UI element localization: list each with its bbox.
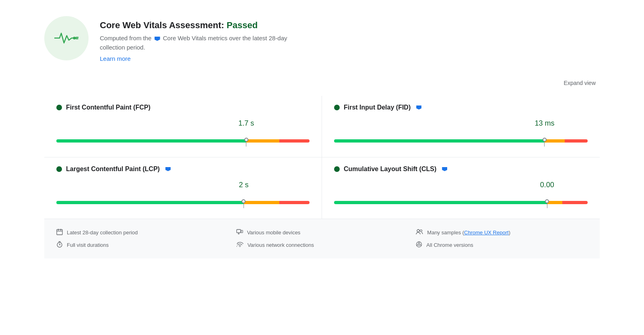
bar-marker-line — [544, 142, 545, 147]
metric-status-dot — [334, 105, 340, 110]
footer-item-users-icon: Many samples (Chrome UX Report) — [416, 229, 588, 236]
calendar-icon — [56, 229, 63, 236]
header-text: Core Web Vitals Assessment: Passed Compu… — [100, 16, 309, 62]
footer-item-wifi-icon: Various network connections — [236, 241, 408, 249]
svg-point-11 — [417, 230, 419, 232]
vitals-heartbeat-icon — [54, 30, 78, 46]
bar-marker-line — [547, 203, 547, 208]
footer-item-text: Many samples (Chrome UX Report) — [427, 230, 510, 236]
metric-value: 0.00 — [540, 181, 554, 189]
footer-item-timer-icon: Full visit durations — [56, 241, 228, 249]
metric-title-row: First Contentful Paint (FCP) — [56, 104, 310, 111]
bar-marker — [543, 138, 547, 147]
metric-status-dot — [56, 105, 62, 110]
bar-container: 0.00 — [334, 179, 588, 204]
metric-status-dot — [56, 166, 62, 172]
bar-marker-line — [246, 142, 246, 147]
header-section: Core Web Vitals Assessment: Passed Compu… — [44, 16, 600, 62]
wifi-icon — [236, 242, 244, 248]
metric-value: 2 s — [239, 181, 248, 189]
bar-marker-circle — [543, 138, 547, 142]
vitals-icon-circle — [44, 16, 89, 60]
bar-marker — [545, 199, 549, 208]
title-prefix: Core Web Vitals Assessment: — [100, 20, 227, 30]
bar-container: 1.7 s — [56, 118, 310, 143]
bar-red-segment — [279, 139, 310, 143]
footer-item-text: Latest 28-day collection period — [67, 230, 138, 236]
svg-rect-7 — [237, 230, 241, 233]
bar-green-segment — [334, 139, 545, 143]
timer-icon — [56, 241, 63, 249]
assessment-title: Core Web Vitals Assessment: Passed — [100, 20, 309, 31]
expand-view-button[interactable]: Expand view — [564, 78, 596, 88]
metric-title: Largest Contentful Paint (LCP) — [66, 165, 160, 173]
bar-red-segment — [279, 201, 310, 204]
metrics-grid: First Contentful Paint (FCP) 1.7 s First… — [44, 96, 600, 219]
metric-title: First Contentful Paint (FCP) — [66, 104, 151, 111]
bar-red-segment — [565, 139, 588, 143]
svg-rect-8 — [241, 230, 243, 233]
svg-point-0 — [73, 37, 76, 39]
metric-title: First Input Delay (FID) — [344, 104, 411, 111]
cwv-flag-icon — [155, 37, 160, 41]
footer-section: Latest 28-day collection period Various … — [44, 219, 600, 258]
svg-point-20 — [418, 244, 420, 246]
svg-point-17 — [239, 246, 240, 247]
bar-marker — [244, 138, 248, 147]
metric-flag-icon — [416, 105, 421, 110]
bar-marker-circle — [545, 199, 549, 203]
metric-status-dot — [334, 166, 340, 172]
bar-orange-segment — [244, 201, 279, 204]
users-icon — [416, 229, 423, 236]
bar-green-segment — [334, 201, 547, 204]
bar-marker — [242, 199, 246, 208]
bar-container: 2 s — [56, 179, 310, 204]
bar-green-segment — [56, 139, 246, 143]
bar-orange-segment — [547, 201, 562, 204]
footer-item-text: Full visit durations — [67, 242, 109, 248]
bar-marker-circle — [244, 138, 248, 142]
footer-item-monitor-icon: Various mobile devices — [236, 229, 408, 236]
learn-more-link[interactable]: Learn more — [100, 55, 131, 62]
metric-panel-fcp: First Contentful Paint (FCP) 1.7 s — [44, 96, 322, 157]
svg-rect-3 — [57, 230, 62, 235]
bar-track — [334, 201, 588, 204]
metric-flag-icon — [442, 167, 447, 171]
footer-item-calendar-icon: Latest 28-day collection period — [56, 229, 228, 236]
metric-title-row: Largest Contentful Paint (LCP) — [56, 165, 310, 173]
bar-track — [56, 139, 310, 143]
metric-flag-icon — [165, 167, 171, 171]
desc-prefix: Computed from the — [100, 35, 151, 41]
bar-marker-circle — [242, 199, 246, 203]
footer-item-text: Various network connections — [248, 242, 314, 248]
footer-item-text: All Chrome versions — [426, 242, 473, 248]
footer-item-chrome-icon: All Chrome versions — [416, 241, 588, 249]
svg-point-12 — [420, 230, 422, 232]
bar-track — [56, 201, 310, 204]
bar-track — [334, 139, 588, 143]
expand-view-row: Expand view — [44, 78, 600, 88]
bar-container: 13 ms — [334, 118, 588, 143]
bar-green-segment — [56, 201, 244, 204]
footer-item-text: Various mobile devices — [247, 230, 301, 236]
bar-orange-segment — [545, 139, 565, 143]
metric-value: 13 ms — [535, 119, 554, 128]
metric-panel-fid: First Input Delay (FID) 13 ms — [322, 96, 600, 157]
bar-red-segment — [562, 201, 588, 204]
metric-title-row: Cumulative Layout Shift (CLS) — [334, 165, 588, 173]
metric-value: 1.7 s — [238, 119, 254, 128]
footer-link[interactable]: Chrome UX Report — [464, 230, 509, 236]
title-status: Passed — [227, 20, 258, 30]
metric-panel-lcp: Largest Contentful Paint (LCP) 2 s — [44, 157, 322, 219]
metric-panel-cls: Cumulative Layout Shift (CLS) 0.00 — [322, 157, 600, 219]
chrome-icon — [416, 241, 422, 249]
monitor-icon — [236, 229, 243, 236]
bar-orange-segment — [246, 139, 279, 143]
header-description: Computed from the Core Web Vitals metric… — [100, 34, 309, 52]
metric-title-row: First Input Delay (FID) — [334, 104, 588, 111]
metric-title: Cumulative Layout Shift (CLS) — [344, 165, 436, 173]
bar-marker-line — [244, 203, 244, 208]
